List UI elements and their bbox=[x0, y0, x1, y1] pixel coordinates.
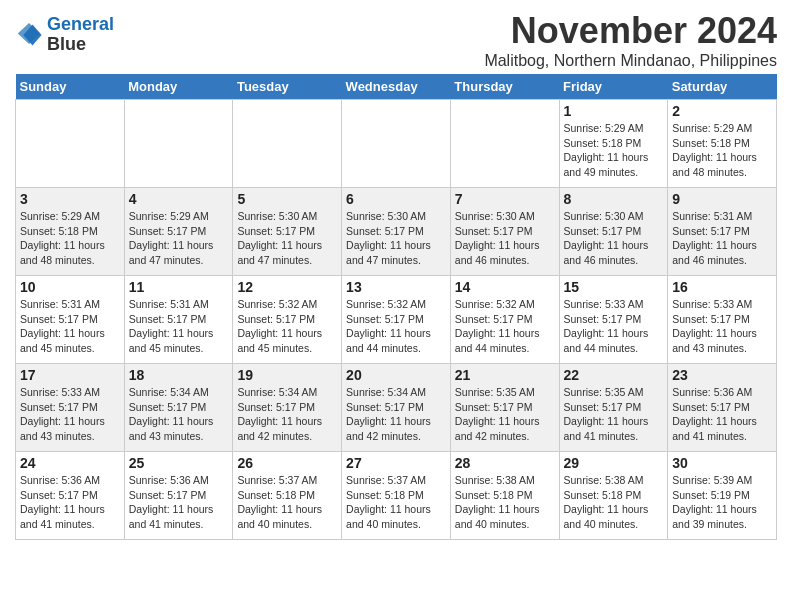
header: General Blue November 2024 Malitbog, Nor… bbox=[15, 10, 777, 70]
day-info: Sunrise: 5:32 AM Sunset: 5:17 PM Dayligh… bbox=[237, 297, 337, 356]
calendar-cell bbox=[233, 100, 342, 188]
calendar-cell: 30Sunrise: 5:39 AM Sunset: 5:19 PM Dayli… bbox=[668, 452, 777, 540]
week-row-4: 17Sunrise: 5:33 AM Sunset: 5:17 PM Dayli… bbox=[16, 364, 777, 452]
day-info: Sunrise: 5:30 AM Sunset: 5:17 PM Dayligh… bbox=[564, 209, 664, 268]
day-info: Sunrise: 5:29 AM Sunset: 5:18 PM Dayligh… bbox=[564, 121, 664, 180]
calendar-cell bbox=[16, 100, 125, 188]
day-info: Sunrise: 5:31 AM Sunset: 5:17 PM Dayligh… bbox=[129, 297, 229, 356]
calendar-cell: 27Sunrise: 5:37 AM Sunset: 5:18 PM Dayli… bbox=[342, 452, 451, 540]
logo-text: General Blue bbox=[47, 15, 114, 55]
calendar-cell: 16Sunrise: 5:33 AM Sunset: 5:17 PM Dayli… bbox=[668, 276, 777, 364]
calendar-cell: 23Sunrise: 5:36 AM Sunset: 5:17 PM Dayli… bbox=[668, 364, 777, 452]
day-number: 28 bbox=[455, 455, 555, 471]
day-number: 29 bbox=[564, 455, 664, 471]
day-info: Sunrise: 5:30 AM Sunset: 5:17 PM Dayligh… bbox=[237, 209, 337, 268]
day-number: 25 bbox=[129, 455, 229, 471]
day-info: Sunrise: 5:33 AM Sunset: 5:17 PM Dayligh… bbox=[564, 297, 664, 356]
day-info: Sunrise: 5:30 AM Sunset: 5:17 PM Dayligh… bbox=[455, 209, 555, 268]
calendar-cell: 26Sunrise: 5:37 AM Sunset: 5:18 PM Dayli… bbox=[233, 452, 342, 540]
day-number: 19 bbox=[237, 367, 337, 383]
day-number: 10 bbox=[20, 279, 120, 295]
calendar-cell: 18Sunrise: 5:34 AM Sunset: 5:17 PM Dayli… bbox=[124, 364, 233, 452]
day-info: Sunrise: 5:37 AM Sunset: 5:18 PM Dayligh… bbox=[346, 473, 446, 532]
day-info: Sunrise: 5:29 AM Sunset: 5:17 PM Dayligh… bbox=[129, 209, 229, 268]
day-info: Sunrise: 5:32 AM Sunset: 5:17 PM Dayligh… bbox=[455, 297, 555, 356]
weekday-header-saturday: Saturday bbox=[668, 74, 777, 100]
day-info: Sunrise: 5:35 AM Sunset: 5:17 PM Dayligh… bbox=[564, 385, 664, 444]
logo-icon bbox=[15, 21, 43, 49]
calendar-cell: 13Sunrise: 5:32 AM Sunset: 5:17 PM Dayli… bbox=[342, 276, 451, 364]
day-number: 5 bbox=[237, 191, 337, 207]
day-number: 20 bbox=[346, 367, 446, 383]
calendar-cell: 15Sunrise: 5:33 AM Sunset: 5:17 PM Dayli… bbox=[559, 276, 668, 364]
day-number: 8 bbox=[564, 191, 664, 207]
day-number: 9 bbox=[672, 191, 772, 207]
calendar-cell: 7Sunrise: 5:30 AM Sunset: 5:17 PM Daylig… bbox=[450, 188, 559, 276]
day-number: 7 bbox=[455, 191, 555, 207]
calendar-cell bbox=[124, 100, 233, 188]
day-number: 13 bbox=[346, 279, 446, 295]
day-info: Sunrise: 5:38 AM Sunset: 5:18 PM Dayligh… bbox=[455, 473, 555, 532]
weekday-header-row: SundayMondayTuesdayWednesdayThursdayFrid… bbox=[16, 74, 777, 100]
day-number: 23 bbox=[672, 367, 772, 383]
day-info: Sunrise: 5:34 AM Sunset: 5:17 PM Dayligh… bbox=[129, 385, 229, 444]
location-title: Malitbog, Northern Mindanao, Philippines bbox=[484, 52, 777, 70]
day-number: 24 bbox=[20, 455, 120, 471]
weekday-header-monday: Monday bbox=[124, 74, 233, 100]
day-info: Sunrise: 5:36 AM Sunset: 5:17 PM Dayligh… bbox=[20, 473, 120, 532]
day-number: 11 bbox=[129, 279, 229, 295]
day-info: Sunrise: 5:30 AM Sunset: 5:17 PM Dayligh… bbox=[346, 209, 446, 268]
calendar-cell: 17Sunrise: 5:33 AM Sunset: 5:17 PM Dayli… bbox=[16, 364, 125, 452]
calendar-cell: 29Sunrise: 5:38 AM Sunset: 5:18 PM Dayli… bbox=[559, 452, 668, 540]
week-row-5: 24Sunrise: 5:36 AM Sunset: 5:17 PM Dayli… bbox=[16, 452, 777, 540]
calendar-cell: 24Sunrise: 5:36 AM Sunset: 5:17 PM Dayli… bbox=[16, 452, 125, 540]
day-number: 22 bbox=[564, 367, 664, 383]
calendar-cell: 22Sunrise: 5:35 AM Sunset: 5:17 PM Dayli… bbox=[559, 364, 668, 452]
weekday-header-wednesday: Wednesday bbox=[342, 74, 451, 100]
day-number: 4 bbox=[129, 191, 229, 207]
calendar-cell: 9Sunrise: 5:31 AM Sunset: 5:17 PM Daylig… bbox=[668, 188, 777, 276]
calendar-cell: 2Sunrise: 5:29 AM Sunset: 5:18 PM Daylig… bbox=[668, 100, 777, 188]
calendar-cell: 28Sunrise: 5:38 AM Sunset: 5:18 PM Dayli… bbox=[450, 452, 559, 540]
calendar-cell: 19Sunrise: 5:34 AM Sunset: 5:17 PM Dayli… bbox=[233, 364, 342, 452]
calendar-cell: 10Sunrise: 5:31 AM Sunset: 5:17 PM Dayli… bbox=[16, 276, 125, 364]
day-number: 6 bbox=[346, 191, 446, 207]
day-number: 15 bbox=[564, 279, 664, 295]
day-info: Sunrise: 5:31 AM Sunset: 5:17 PM Dayligh… bbox=[20, 297, 120, 356]
week-row-3: 10Sunrise: 5:31 AM Sunset: 5:17 PM Dayli… bbox=[16, 276, 777, 364]
week-row-1: 1Sunrise: 5:29 AM Sunset: 5:18 PM Daylig… bbox=[16, 100, 777, 188]
calendar-cell: 1Sunrise: 5:29 AM Sunset: 5:18 PM Daylig… bbox=[559, 100, 668, 188]
calendar-cell bbox=[450, 100, 559, 188]
day-info: Sunrise: 5:31 AM Sunset: 5:17 PM Dayligh… bbox=[672, 209, 772, 268]
day-info: Sunrise: 5:36 AM Sunset: 5:17 PM Dayligh… bbox=[672, 385, 772, 444]
day-info: Sunrise: 5:32 AM Sunset: 5:17 PM Dayligh… bbox=[346, 297, 446, 356]
month-title: November 2024 bbox=[484, 10, 777, 52]
calendar-cell: 3Sunrise: 5:29 AM Sunset: 5:18 PM Daylig… bbox=[16, 188, 125, 276]
week-row-2: 3Sunrise: 5:29 AM Sunset: 5:18 PM Daylig… bbox=[16, 188, 777, 276]
weekday-header-thursday: Thursday bbox=[450, 74, 559, 100]
day-info: Sunrise: 5:29 AM Sunset: 5:18 PM Dayligh… bbox=[20, 209, 120, 268]
calendar-cell: 8Sunrise: 5:30 AM Sunset: 5:17 PM Daylig… bbox=[559, 188, 668, 276]
day-info: Sunrise: 5:39 AM Sunset: 5:19 PM Dayligh… bbox=[672, 473, 772, 532]
calendar-cell bbox=[342, 100, 451, 188]
day-number: 17 bbox=[20, 367, 120, 383]
day-number: 21 bbox=[455, 367, 555, 383]
calendar-cell: 21Sunrise: 5:35 AM Sunset: 5:17 PM Dayli… bbox=[450, 364, 559, 452]
day-number: 30 bbox=[672, 455, 772, 471]
day-info: Sunrise: 5:33 AM Sunset: 5:17 PM Dayligh… bbox=[672, 297, 772, 356]
day-number: 14 bbox=[455, 279, 555, 295]
day-number: 12 bbox=[237, 279, 337, 295]
calendar-cell: 11Sunrise: 5:31 AM Sunset: 5:17 PM Dayli… bbox=[124, 276, 233, 364]
day-info: Sunrise: 5:29 AM Sunset: 5:18 PM Dayligh… bbox=[672, 121, 772, 180]
calendar-cell: 25Sunrise: 5:36 AM Sunset: 5:17 PM Dayli… bbox=[124, 452, 233, 540]
day-info: Sunrise: 5:38 AM Sunset: 5:18 PM Dayligh… bbox=[564, 473, 664, 532]
day-info: Sunrise: 5:34 AM Sunset: 5:17 PM Dayligh… bbox=[237, 385, 337, 444]
calendar-cell: 6Sunrise: 5:30 AM Sunset: 5:17 PM Daylig… bbox=[342, 188, 451, 276]
day-info: Sunrise: 5:37 AM Sunset: 5:18 PM Dayligh… bbox=[237, 473, 337, 532]
day-info: Sunrise: 5:33 AM Sunset: 5:17 PM Dayligh… bbox=[20, 385, 120, 444]
logo: General Blue bbox=[15, 15, 114, 55]
day-number: 16 bbox=[672, 279, 772, 295]
day-info: Sunrise: 5:36 AM Sunset: 5:17 PM Dayligh… bbox=[129, 473, 229, 532]
day-number: 18 bbox=[129, 367, 229, 383]
calendar-cell: 14Sunrise: 5:32 AM Sunset: 5:17 PM Dayli… bbox=[450, 276, 559, 364]
